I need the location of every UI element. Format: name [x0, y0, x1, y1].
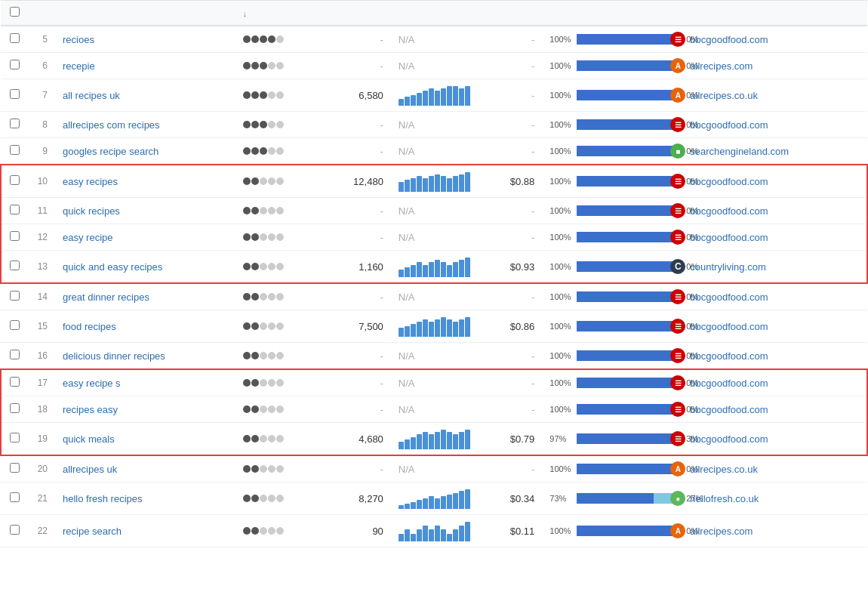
leader-domain[interactable]: bbcgoodfood.com [690, 433, 768, 445]
row-checkbox-cell[interactable] [1, 26, 28, 53]
row-keyword[interactable]: allrecipes com recipes [55, 112, 235, 138]
leader-domain[interactable]: searchengineland.com [690, 146, 789, 157]
row-checkbox[interactable] [10, 205, 20, 214]
row-leader[interactable]: ☰ bbcgoodfood.com [663, 26, 867, 53]
row-leader[interactable]: ● hellofresh.co.uk [663, 483, 867, 515]
leader-domain[interactable]: allrecipes.co.uk [690, 90, 758, 101]
row-checkbox-cell[interactable] [1, 198, 28, 224]
row-keyword[interactable]: delicious dinner recipes [55, 343, 235, 370]
row-checkbox[interactable] [10, 525, 20, 535]
row-checkbox-cell[interactable] [1, 483, 28, 515]
row-leader[interactable]: A allrecipes.co.uk [663, 455, 867, 483]
row-leader[interactable]: ☰ bbcgoodfood.com [663, 224, 867, 251]
leader-domain[interactable]: bbcgoodfood.com [690, 291, 768, 303]
row-keyword[interactable]: googles recipe search [55, 138, 235, 165]
row-checkbox[interactable] [10, 60, 20, 69]
leader-domain[interactable]: allrecipes.com [690, 60, 753, 72]
row-checkbox-cell[interactable] [1, 283, 28, 310]
row-keyword[interactable]: allrecipes uk [55, 455, 235, 483]
row-keyword[interactable]: easy recipe [55, 224, 235, 251]
row-leader[interactable]: ☰ bbcgoodfood.com [663, 423, 867, 456]
row-keyword[interactable]: recipe search [55, 515, 235, 547]
row-checkbox[interactable] [10, 492, 20, 502]
row-keyword[interactable]: recipes easy [55, 396, 235, 423]
row-leader[interactable]: A allrecipes.com [663, 53, 867, 79]
row-checkbox[interactable] [10, 433, 20, 442]
row-checkbox-cell[interactable] [1, 112, 28, 138]
select-all-checkbox[interactable] [10, 7, 20, 17]
leader-domain[interactable]: bbcgoodfood.com [690, 232, 768, 243]
row-leader[interactable]: C countryliving.com [663, 251, 867, 284]
leader-domain[interactable]: bbcgoodfood.com [690, 404, 768, 415]
row-checkbox[interactable] [10, 320, 20, 330]
row-checkbox-cell[interactable] [1, 343, 28, 370]
row-checkbox[interactable] [10, 463, 20, 473]
header-cpc[interactable] [482, 1, 542, 26]
row-keyword[interactable]: easy recipes [55, 165, 235, 198]
row-leader[interactable]: ☰ bbcgoodfood.com [663, 283, 867, 310]
row-keyword[interactable]: hello fresh recipes [55, 483, 235, 515]
leader-domain[interactable]: bbcgoodfood.com [690, 119, 768, 131]
row-checkbox-cell[interactable] [1, 423, 28, 456]
header-checkbox[interactable] [1, 1, 28, 26]
row-checkbox[interactable] [10, 403, 20, 413]
row-checkbox-cell[interactable] [1, 515, 28, 547]
row-checkbox[interactable] [10, 350, 20, 359]
row-leader[interactable]: ☰ bbcgoodfood.com [663, 396, 867, 423]
row-checkbox-cell[interactable] [1, 224, 28, 251]
row-checkbox-cell[interactable] [1, 53, 28, 79]
row-leader[interactable]: ■ searchengineland.com [663, 138, 867, 165]
row-checkbox[interactable] [10, 145, 20, 155]
leader-domain[interactable]: allrecipes.co.uk [690, 464, 758, 475]
row-checkbox-cell[interactable] [1, 138, 28, 165]
row-checkbox-cell[interactable] [1, 310, 28, 343]
row-checkbox-cell[interactable] [1, 165, 28, 198]
row-leader[interactable]: ☰ bbcgoodfood.com [663, 165, 867, 198]
leader-domain[interactable]: bbcgoodfood.com [690, 321, 768, 332]
header-leader[interactable] [663, 1, 867, 26]
row-keyword[interactable]: easy recipe s [55, 369, 235, 396]
leader-domain[interactable]: allrecipes.com [690, 526, 753, 537]
leader-domain[interactable]: bbcgoodfood.com [690, 34, 768, 45]
row-leader[interactable]: A allrecipes.com [663, 515, 867, 547]
row-leader[interactable]: ☰ bbcgoodfood.com [663, 112, 867, 138]
row-checkbox[interactable] [10, 33, 20, 43]
row-checkbox-cell[interactable] [1, 455, 28, 483]
row-checkbox[interactable] [10, 175, 20, 185]
row-checkbox-cell[interactable] [1, 79, 28, 112]
row-checkbox[interactable] [10, 231, 20, 241]
row-checkbox[interactable] [10, 291, 20, 301]
row-checkbox[interactable] [10, 119, 20, 128]
row-keyword[interactable]: all recipes uk [55, 79, 235, 112]
row-checkbox-cell[interactable] [1, 396, 28, 423]
leader-domain[interactable]: bbcgoodfood.com [690, 205, 768, 217]
row-keyword[interactable]: quick recipes [55, 198, 235, 224]
row-checkbox[interactable] [10, 261, 20, 270]
header-keywords[interactable] [55, 1, 235, 26]
header-organic[interactable] [542, 1, 663, 26]
leader-domain[interactable]: hellofresh.co.uk [690, 493, 759, 504]
header-trend[interactable] [391, 1, 482, 26]
table-row: 14 great dinner recipes - N/A - 100% 0% … [1, 283, 867, 310]
leader-domain[interactable]: countryliving.com [690, 261, 765, 273]
row-leader[interactable]: ☰ bbcgoodfood.com [663, 198, 867, 224]
row-leader[interactable]: ☰ bbcgoodfood.com [663, 369, 867, 396]
row-leader[interactable]: ☰ bbcgoodfood.com [663, 343, 867, 370]
row-keyword[interactable]: recepie [55, 53, 235, 79]
row-keyword[interactable]: quick and easy recipes [55, 251, 235, 284]
row-keyword[interactable]: great dinner recipes [55, 283, 235, 310]
row-keyword[interactable]: quick meals [55, 423, 235, 456]
row-keyword[interactable]: food recipes [55, 310, 235, 343]
header-volume[interactable] [322, 1, 390, 26]
leader-domain[interactable]: bbcgoodfood.com [690, 378, 768, 389]
row-checkbox[interactable] [10, 377, 20, 387]
row-leader[interactable]: A allrecipes.co.uk [663, 79, 867, 112]
leader-domain[interactable]: bbcgoodfood.com [690, 350, 768, 362]
row-checkbox-cell[interactable] [1, 369, 28, 396]
header-score[interactable]: ↓ [235, 1, 322, 26]
leader-domain[interactable]: bbcgoodfood.com [690, 176, 768, 187]
row-checkbox[interactable] [10, 89, 20, 99]
row-checkbox-cell[interactable] [1, 251, 28, 284]
row-leader[interactable]: ☰ bbcgoodfood.com [663, 310, 867, 343]
row-keyword[interactable]: recioes [55, 26, 235, 53]
